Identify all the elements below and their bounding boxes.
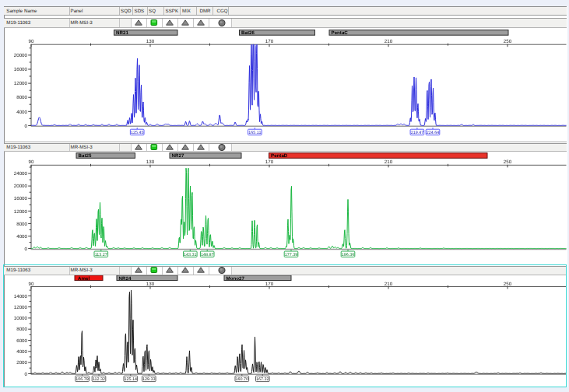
svg-text:113.27: 113.27 xyxy=(95,253,107,257)
svg-text:0: 0 xyxy=(25,247,28,252)
svg-text:196.36: 196.36 xyxy=(342,253,355,257)
svg-text:170: 170 xyxy=(265,159,274,165)
svg-text:90: 90 xyxy=(29,39,34,44)
svg-text:16000: 16000 xyxy=(14,67,28,72)
svg-text:NR27: NR27 xyxy=(172,153,184,159)
svg-text:210: 210 xyxy=(385,159,393,165)
svg-text:8000: 8000 xyxy=(16,222,27,227)
svg-text:90: 90 xyxy=(29,159,34,165)
svg-text:130: 130 xyxy=(146,39,155,44)
svg-text:24000: 24000 xyxy=(14,171,28,177)
svg-text:219.47: 219.47 xyxy=(411,131,424,135)
svg-text:165.11: 165.11 xyxy=(248,131,261,135)
svg-text:20000: 20000 xyxy=(14,53,28,58)
svg-text:20000: 20000 xyxy=(14,184,28,189)
svg-text:224.64: 224.64 xyxy=(427,131,440,135)
svg-text:4000: 4000 xyxy=(16,110,27,115)
svg-text:250: 250 xyxy=(504,159,512,165)
svg-text:250: 250 xyxy=(504,39,512,44)
svg-text:PentaD: PentaD xyxy=(271,153,288,159)
svg-text:170: 170 xyxy=(265,39,274,44)
svg-text:130: 130 xyxy=(146,159,155,165)
svg-text:125.45: 125.45 xyxy=(131,131,144,135)
svg-text:PentaC: PentaC xyxy=(332,30,349,36)
svg-text:12000: 12000 xyxy=(14,81,28,86)
svg-text:0: 0 xyxy=(25,124,28,129)
svg-text:4000: 4000 xyxy=(16,234,27,240)
svg-text:210: 210 xyxy=(385,39,393,44)
svg-text:16000: 16000 xyxy=(14,196,28,201)
svg-text:12000: 12000 xyxy=(14,209,28,215)
svg-text:Bat25: Bat25 xyxy=(79,153,92,159)
svg-text:NR21: NR21 xyxy=(116,30,128,36)
svg-text:177.39: 177.39 xyxy=(285,253,298,257)
svg-text:8000: 8000 xyxy=(16,95,27,100)
svg-text:148.87: 148.87 xyxy=(201,253,214,257)
svg-text:143.31: 143.31 xyxy=(184,253,197,257)
svg-text:Bat26: Bat26 xyxy=(241,30,255,36)
